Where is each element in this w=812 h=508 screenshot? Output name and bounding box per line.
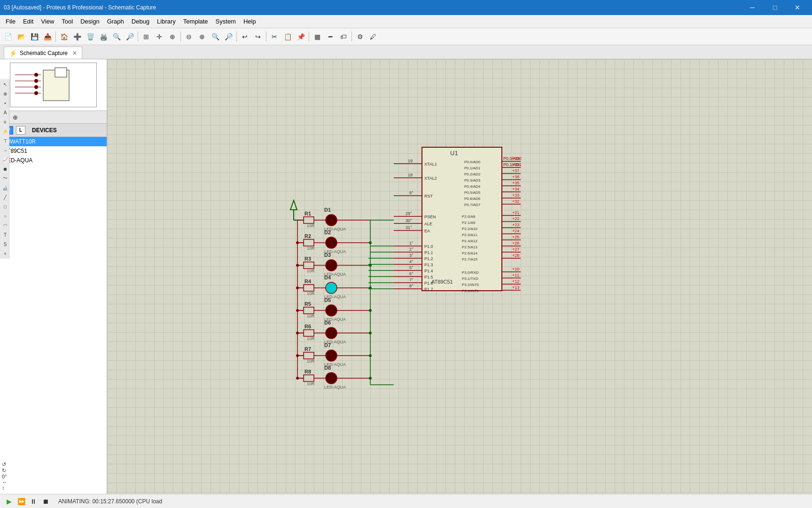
tape-tool[interactable]: ⏺	[1, 165, 9, 173]
probe-tool[interactable]: 🔬	[1, 183, 9, 192]
paste-button[interactable]: 📌	[295, 31, 307, 43]
rotate-cw[interactable]: ↻	[2, 468, 7, 474]
wire-label-tool[interactable]: A	[1, 108, 9, 117]
mirror-h[interactable]: ↔	[2, 479, 7, 485]
menu-tool[interactable]: Tool	[58, 16, 77, 27]
svg-text:P2.6/A14: P2.6/A14	[462, 251, 477, 255]
box-tool[interactable]: □	[1, 202, 9, 211]
svg-text:D8: D8	[324, 365, 331, 371]
svg-text:D1: D1	[324, 207, 331, 213]
rotate-ccw[interactable]: ↺	[2, 461, 7, 468]
grid-button[interactable]: ⊞	[140, 31, 152, 43]
open-button[interactable]: 📂	[15, 31, 27, 43]
zoom-in-button[interactable]: 🔍	[110, 31, 123, 43]
window-title: 03 [Autosaved] - Proteus 8 Professional …	[4, 4, 156, 11]
schematic-svg: U1 AT89C51 19 XTAL1 18 XTAL2 9° RST 29° …	[107, 59, 812, 494]
minimize-button[interactable]: ─	[742, 0, 763, 15]
menu-design[interactable]: Design	[77, 16, 103, 27]
component-tool[interactable]: ⊕	[10, 112, 20, 122]
home-button[interactable]: 🏠	[58, 31, 70, 43]
crosshair-button[interactable]: ⊕	[166, 31, 179, 43]
zoom-in2-button[interactable]: 🔍	[209, 31, 221, 43]
symbol-tool[interactable]: S	[1, 240, 9, 248]
tab-close-button[interactable]: ✕	[72, 50, 77, 56]
svg-text:+13: +13	[512, 285, 519, 290]
cursor-tool[interactable]: ↖	[1, 80, 9, 88]
remove-button[interactable]: 🗑️	[84, 31, 96, 43]
properties-button[interactable]: ⚙	[354, 31, 366, 43]
close-button[interactable]: ✕	[787, 0, 808, 15]
terminal-tool[interactable]: ⊤	[1, 136, 9, 145]
schematic-capture-tab[interactable]: ⚡ Schematic Capture ✕	[4, 47, 82, 59]
snap-button[interactable]: ✛	[153, 31, 165, 43]
graph-tool[interactable]: 📈	[1, 155, 9, 164]
print-button[interactable]: 🖨️	[97, 31, 109, 43]
menu-library[interactable]: Library	[153, 16, 180, 27]
pause-button[interactable]: ⏸	[28, 496, 39, 507]
svg-text:XTAL1: XTAL1	[424, 162, 437, 167]
menu-system[interactable]: System	[212, 16, 240, 27]
svg-text:30°: 30°	[406, 218, 412, 223]
power-tool[interactable]: ⚡	[1, 127, 9, 135]
wire-button[interactable]: ━	[324, 31, 336, 43]
redo-button[interactable]: ↪	[252, 31, 264, 43]
svg-point-144	[326, 260, 337, 271]
undo-button[interactable]: ↩	[239, 31, 251, 43]
svg-text:3°: 3°	[409, 253, 414, 258]
device-item-2[interactable]: LED-AQUA	[0, 156, 107, 165]
stop-button[interactable]: ⏹	[40, 496, 51, 507]
canvas-area[interactable]: U1 AT89C51 19 XTAL1 18 XTAL2 9° RST 29° …	[107, 59, 812, 494]
marker-tool[interactable]: +	[1, 249, 9, 258]
play-button[interactable]: ▶	[4, 496, 14, 507]
device-item-1[interactable]: AT89C51	[0, 146, 107, 156]
cut-button[interactable]: ✂	[268, 31, 281, 43]
menu-graph[interactable]: Graph	[103, 16, 128, 27]
junction-tool[interactable]: •	[1, 99, 9, 107]
menu-file[interactable]: File	[2, 16, 19, 27]
svg-text:10R: 10R	[307, 269, 315, 273]
bus-tool[interactable]: ≡	[1, 118, 9, 126]
svg-text:P0.7/AD7: P0.7/AD7	[464, 203, 481, 207]
line-tool[interactable]: ╱	[1, 193, 9, 201]
zoom-out2-button[interactable]: 🔎	[222, 31, 234, 43]
text-tool[interactable]: T	[1, 230, 9, 239]
play-controls: ▶ ⏩ ⏸ ⏹	[4, 496, 51, 507]
svg-text:PSEN: PSEN	[424, 214, 436, 219]
add-button[interactable]: ➕	[71, 31, 83, 43]
zoom-out-button[interactable]: 🔎	[124, 31, 136, 43]
menu-help[interactable]: Help	[240, 16, 260, 27]
svg-text:D2: D2	[324, 230, 331, 235]
copy-button[interactable]: 📋	[281, 31, 294, 43]
svg-point-218	[296, 241, 299, 244]
step-button[interactable]: ⏩	[16, 496, 26, 507]
device-item-0[interactable]: 10WATT10R	[0, 137, 107, 146]
new-button[interactable]: 📄	[2, 31, 14, 43]
svg-point-189	[326, 373, 337, 384]
zoom-full-button[interactable]: ⊖	[183, 31, 195, 43]
save-to-button[interactable]: 📥	[41, 31, 54, 43]
svg-text:29°: 29°	[406, 211, 412, 216]
svg-text:R6: R6	[304, 324, 311, 329]
tag-button[interactable]: 🏷	[337, 31, 350, 43]
svg-text:18: 18	[408, 173, 413, 177]
svg-text:8°: 8°	[409, 284, 414, 288]
block-button[interactable]: ▦	[311, 31, 323, 43]
save-button[interactable]: 💾	[28, 31, 40, 43]
menu-template[interactable]: Template	[180, 16, 212, 27]
annotate-button[interactable]: 🖊	[367, 31, 379, 43]
circle-tool[interactable]: ○	[1, 212, 9, 220]
menu-edit[interactable]: Edit	[19, 16, 37, 27]
zoom-area-button[interactable]: ⊕	[196, 31, 208, 43]
component-place-tool[interactable]: ⊕	[1, 89, 9, 98]
pin-tool[interactable]: →	[1, 146, 9, 154]
svg-text:5°: 5°	[409, 265, 414, 270]
mirror-v[interactable]: ↕	[2, 485, 7, 491]
list-btn[interactable]: L	[16, 126, 25, 135]
arc-tool[interactable]: ◠	[1, 221, 9, 230]
devices-list[interactable]: 10WATT10R AT89C51 LED-AQUA	[0, 137, 107, 494]
maximize-button[interactable]: □	[764, 0, 786, 15]
menu-debug[interactable]: Debug	[128, 16, 153, 27]
menu-view[interactable]: View	[37, 16, 58, 27]
svg-text:6°: 6°	[409, 271, 414, 276]
generator-tool[interactable]: 〜	[1, 174, 9, 183]
